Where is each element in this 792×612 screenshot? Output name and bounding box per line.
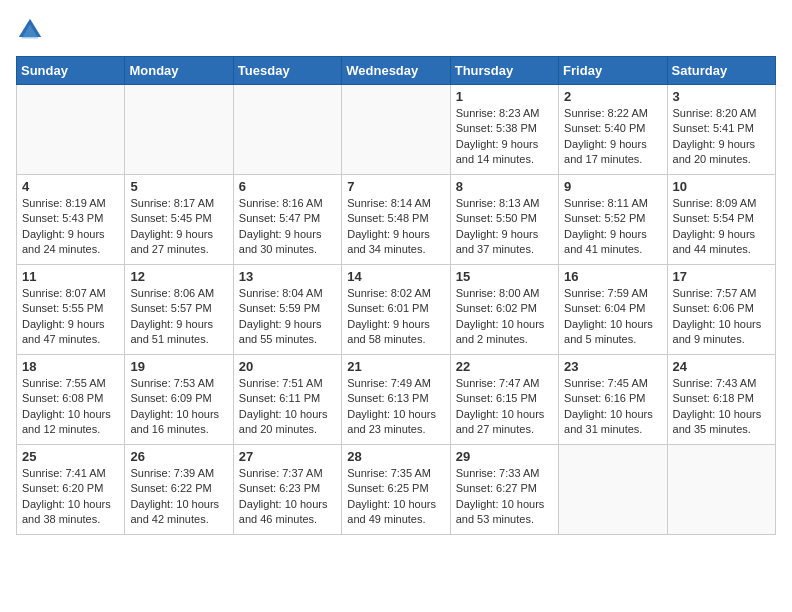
- day-number: 24: [673, 359, 770, 374]
- day-number: 5: [130, 179, 227, 194]
- calendar-cell: 9Sunrise: 8:11 AM Sunset: 5:52 PM Daylig…: [559, 175, 667, 265]
- calendar-cell: 3Sunrise: 8:20 AM Sunset: 5:41 PM Daylig…: [667, 85, 775, 175]
- day-info: Sunrise: 7:47 AM Sunset: 6:15 PM Dayligh…: [456, 376, 553, 438]
- day-info: Sunrise: 8:17 AM Sunset: 5:45 PM Dayligh…: [130, 196, 227, 258]
- calendar-cell: 15Sunrise: 8:00 AM Sunset: 6:02 PM Dayli…: [450, 265, 558, 355]
- calendar-cell: [17, 85, 125, 175]
- calendar-cell: 18Sunrise: 7:55 AM Sunset: 6:08 PM Dayli…: [17, 355, 125, 445]
- day-number: 19: [130, 359, 227, 374]
- day-info: Sunrise: 8:00 AM Sunset: 6:02 PM Dayligh…: [456, 286, 553, 348]
- calendar-cell: [667, 445, 775, 535]
- day-number: 22: [456, 359, 553, 374]
- calendar-cell: 6Sunrise: 8:16 AM Sunset: 5:47 PM Daylig…: [233, 175, 341, 265]
- calendar-cell: 27Sunrise: 7:37 AM Sunset: 6:23 PM Dayli…: [233, 445, 341, 535]
- day-info: Sunrise: 7:53 AM Sunset: 6:09 PM Dayligh…: [130, 376, 227, 438]
- day-info: Sunrise: 7:33 AM Sunset: 6:27 PM Dayligh…: [456, 466, 553, 528]
- day-number: 29: [456, 449, 553, 464]
- day-info: Sunrise: 8:20 AM Sunset: 5:41 PM Dayligh…: [673, 106, 770, 168]
- calendar-cell: 4Sunrise: 8:19 AM Sunset: 5:43 PM Daylig…: [17, 175, 125, 265]
- calendar-cell: 29Sunrise: 7:33 AM Sunset: 6:27 PM Dayli…: [450, 445, 558, 535]
- day-header-friday: Friday: [559, 57, 667, 85]
- day-info: Sunrise: 8:09 AM Sunset: 5:54 PM Dayligh…: [673, 196, 770, 258]
- day-info: Sunrise: 7:57 AM Sunset: 6:06 PM Dayligh…: [673, 286, 770, 348]
- day-info: Sunrise: 8:16 AM Sunset: 5:47 PM Dayligh…: [239, 196, 336, 258]
- week-row-4: 18Sunrise: 7:55 AM Sunset: 6:08 PM Dayli…: [17, 355, 776, 445]
- day-number: 23: [564, 359, 661, 374]
- calendar-cell: 17Sunrise: 7:57 AM Sunset: 6:06 PM Dayli…: [667, 265, 775, 355]
- day-header-thursday: Thursday: [450, 57, 558, 85]
- day-info: Sunrise: 7:41 AM Sunset: 6:20 PM Dayligh…: [22, 466, 119, 528]
- logo-icon: [16, 16, 44, 44]
- day-info: Sunrise: 7:43 AM Sunset: 6:18 PM Dayligh…: [673, 376, 770, 438]
- day-number: 13: [239, 269, 336, 284]
- day-number: 7: [347, 179, 444, 194]
- day-info: Sunrise: 8:13 AM Sunset: 5:50 PM Dayligh…: [456, 196, 553, 258]
- calendar-cell: 22Sunrise: 7:47 AM Sunset: 6:15 PM Dayli…: [450, 355, 558, 445]
- day-info: Sunrise: 7:45 AM Sunset: 6:16 PM Dayligh…: [564, 376, 661, 438]
- day-number: 16: [564, 269, 661, 284]
- calendar-cell: 24Sunrise: 7:43 AM Sunset: 6:18 PM Dayli…: [667, 355, 775, 445]
- day-info: Sunrise: 7:39 AM Sunset: 6:22 PM Dayligh…: [130, 466, 227, 528]
- day-info: Sunrise: 7:35 AM Sunset: 6:25 PM Dayligh…: [347, 466, 444, 528]
- day-number: 11: [22, 269, 119, 284]
- day-info: Sunrise: 7:59 AM Sunset: 6:04 PM Dayligh…: [564, 286, 661, 348]
- day-number: 18: [22, 359, 119, 374]
- day-info: Sunrise: 7:37 AM Sunset: 6:23 PM Dayligh…: [239, 466, 336, 528]
- day-info: Sunrise: 7:51 AM Sunset: 6:11 PM Dayligh…: [239, 376, 336, 438]
- calendar-cell: 21Sunrise: 7:49 AM Sunset: 6:13 PM Dayli…: [342, 355, 450, 445]
- day-number: 10: [673, 179, 770, 194]
- day-info: Sunrise: 8:02 AM Sunset: 6:01 PM Dayligh…: [347, 286, 444, 348]
- day-info: Sunrise: 7:49 AM Sunset: 6:13 PM Dayligh…: [347, 376, 444, 438]
- calendar-cell: 23Sunrise: 7:45 AM Sunset: 6:16 PM Dayli…: [559, 355, 667, 445]
- calendar-cell: 25Sunrise: 7:41 AM Sunset: 6:20 PM Dayli…: [17, 445, 125, 535]
- day-info: Sunrise: 8:04 AM Sunset: 5:59 PM Dayligh…: [239, 286, 336, 348]
- calendar-cell: 19Sunrise: 7:53 AM Sunset: 6:09 PM Dayli…: [125, 355, 233, 445]
- day-number: 27: [239, 449, 336, 464]
- calendar-cell: 16Sunrise: 7:59 AM Sunset: 6:04 PM Dayli…: [559, 265, 667, 355]
- day-number: 2: [564, 89, 661, 104]
- day-number: 17: [673, 269, 770, 284]
- day-number: 12: [130, 269, 227, 284]
- calendar-cell: 12Sunrise: 8:06 AM Sunset: 5:57 PM Dayli…: [125, 265, 233, 355]
- calendar-cell: [233, 85, 341, 175]
- calendar-cell: 14Sunrise: 8:02 AM Sunset: 6:01 PM Dayli…: [342, 265, 450, 355]
- day-number: 9: [564, 179, 661, 194]
- day-number: 1: [456, 89, 553, 104]
- week-row-5: 25Sunrise: 7:41 AM Sunset: 6:20 PM Dayli…: [17, 445, 776, 535]
- day-number: 21: [347, 359, 444, 374]
- day-info: Sunrise: 8:06 AM Sunset: 5:57 PM Dayligh…: [130, 286, 227, 348]
- calendar-cell: 2Sunrise: 8:22 AM Sunset: 5:40 PM Daylig…: [559, 85, 667, 175]
- day-number: 26: [130, 449, 227, 464]
- day-number: 6: [239, 179, 336, 194]
- calendar-cell: [342, 85, 450, 175]
- calendar-cell: 1Sunrise: 8:23 AM Sunset: 5:38 PM Daylig…: [450, 85, 558, 175]
- week-row-2: 4Sunrise: 8:19 AM Sunset: 5:43 PM Daylig…: [17, 175, 776, 265]
- calendar-table: SundayMondayTuesdayWednesdayThursdayFrid…: [16, 56, 776, 535]
- calendar-cell: [559, 445, 667, 535]
- day-info: Sunrise: 8:11 AM Sunset: 5:52 PM Dayligh…: [564, 196, 661, 258]
- calendar-cell: 13Sunrise: 8:04 AM Sunset: 5:59 PM Dayli…: [233, 265, 341, 355]
- page-header: [16, 16, 776, 44]
- day-info: Sunrise: 8:07 AM Sunset: 5:55 PM Dayligh…: [22, 286, 119, 348]
- day-header-sunday: Sunday: [17, 57, 125, 85]
- day-number: 8: [456, 179, 553, 194]
- calendar-cell: 11Sunrise: 8:07 AM Sunset: 5:55 PM Dayli…: [17, 265, 125, 355]
- calendar-cell: 26Sunrise: 7:39 AM Sunset: 6:22 PM Dayli…: [125, 445, 233, 535]
- day-header-saturday: Saturday: [667, 57, 775, 85]
- day-info: Sunrise: 8:22 AM Sunset: 5:40 PM Dayligh…: [564, 106, 661, 168]
- day-header-wednesday: Wednesday: [342, 57, 450, 85]
- day-header-monday: Monday: [125, 57, 233, 85]
- week-row-3: 11Sunrise: 8:07 AM Sunset: 5:55 PM Dayli…: [17, 265, 776, 355]
- calendar-cell: 7Sunrise: 8:14 AM Sunset: 5:48 PM Daylig…: [342, 175, 450, 265]
- day-number: 28: [347, 449, 444, 464]
- calendar-cell: 5Sunrise: 8:17 AM Sunset: 5:45 PM Daylig…: [125, 175, 233, 265]
- day-info: Sunrise: 8:23 AM Sunset: 5:38 PM Dayligh…: [456, 106, 553, 168]
- day-header-tuesday: Tuesday: [233, 57, 341, 85]
- day-number: 4: [22, 179, 119, 194]
- day-number: 14: [347, 269, 444, 284]
- day-info: Sunrise: 8:14 AM Sunset: 5:48 PM Dayligh…: [347, 196, 444, 258]
- day-number: 20: [239, 359, 336, 374]
- logo: [16, 16, 48, 44]
- calendar-cell: [125, 85, 233, 175]
- day-number: 3: [673, 89, 770, 104]
